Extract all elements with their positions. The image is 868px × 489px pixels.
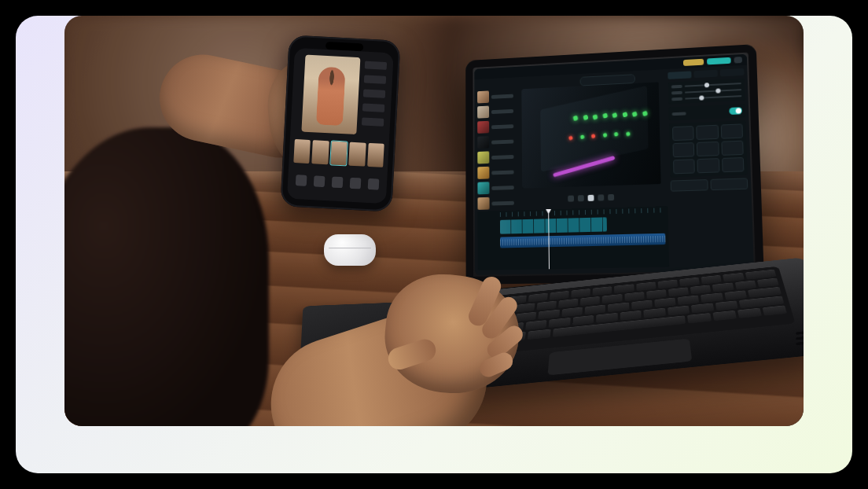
media-item (477, 165, 517, 178)
phone-preview-image (301, 55, 360, 135)
video-track (500, 217, 607, 233)
header-primary-button (707, 57, 731, 65)
media-item (477, 119, 517, 134)
laptop-lid (465, 44, 764, 285)
hero-card (16, 16, 852, 473)
skip-forward-icon (608, 194, 614, 200)
media-item (477, 197, 517, 210)
nav-icon (314, 175, 326, 187)
person-torso (64, 127, 269, 426)
media-thumb-icon (477, 136, 489, 149)
phone-screen (287, 48, 394, 204)
timeline-ruler (500, 208, 665, 217)
media-thumb-icon (477, 167, 489, 179)
nav-icon (350, 178, 362, 189)
skip-back-icon (568, 195, 574, 201)
slider-row (671, 82, 741, 88)
slider-row (671, 94, 741, 101)
step-forward-icon (598, 194, 604, 200)
slider-row (671, 88, 741, 94)
media-thumb-icon (477, 151, 489, 164)
step-back-icon (578, 195, 584, 201)
audio-track (500, 233, 665, 248)
preview-image-mixing-console (521, 82, 660, 188)
laptop-screen (474, 54, 754, 275)
nav-icon (368, 178, 380, 190)
timeline (478, 206, 670, 270)
phone-side-tools (361, 61, 387, 133)
media-item (477, 181, 517, 194)
media-thumb-icon (477, 90, 489, 103)
sliders-panel (668, 79, 745, 105)
media-library (477, 90, 518, 221)
nav-icon (332, 177, 344, 189)
speed-grid (672, 123, 744, 174)
header-badge (683, 59, 704, 66)
preview-viewer (521, 82, 660, 188)
inspector-tabs (668, 68, 744, 79)
earbuds-case (324, 234, 376, 266)
play-icon (588, 195, 594, 201)
phone-clip-strip (293, 139, 384, 167)
media-item (477, 105, 517, 119)
toggle-panel (668, 104, 745, 120)
laptop-ports (796, 331, 804, 351)
inspector-bottom-buttons (671, 178, 748, 191)
smartphone (280, 35, 400, 211)
speed-grid-panel (669, 120, 748, 177)
inspector-panel (668, 68, 750, 267)
media-item (477, 135, 517, 149)
toggle-row (671, 107, 742, 117)
media-item (477, 150, 517, 164)
media-item (477, 90, 517, 104)
media-thumb-icon (477, 121, 489, 134)
transport-controls (522, 190, 661, 205)
toggle-on-icon (729, 107, 742, 115)
hero-photo (64, 16, 804, 426)
media-thumb-icon (477, 197, 489, 210)
media-thumb-icon (477, 106, 489, 119)
media-thumb-icon (477, 182, 489, 194)
phone-bottom-nav (295, 169, 379, 196)
header-menu-icon (734, 57, 742, 64)
nav-icon (296, 175, 307, 186)
